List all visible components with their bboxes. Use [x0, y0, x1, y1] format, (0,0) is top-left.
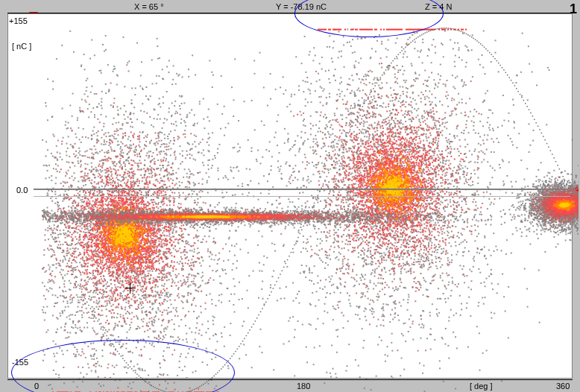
y-max-label: +155: [9, 16, 28, 25]
x-tick-360: 360: [556, 382, 570, 391]
x-readout: X = 65 °: [134, 2, 164, 11]
y-unit-label: [ nC ]: [12, 42, 31, 51]
x-tick-180: 180: [297, 382, 310, 391]
zero-line-secondary: [34, 196, 570, 197]
density-scatter: [42, 28, 579, 392]
chart-container: X = 65 ° Y = -78.19 nC Z = 4 N 1 +155 [ …: [0, 0, 580, 392]
zero-line: [34, 189, 570, 190]
y-zero-label: 0.0: [16, 186, 28, 195]
x-unit-label: [ deg ]: [470, 382, 493, 391]
